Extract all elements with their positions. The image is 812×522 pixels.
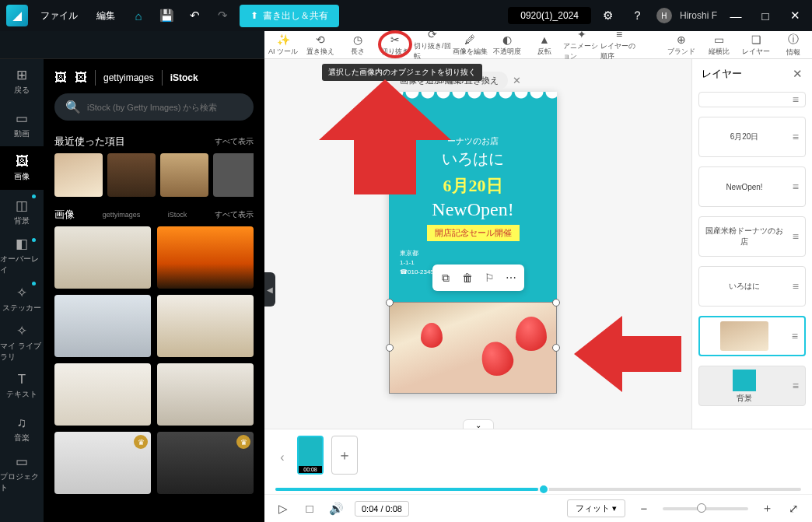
- getty-logo[interactable]: gettyimages: [103, 72, 154, 83]
- ctx-flip[interactable]: ▲反転: [526, 33, 563, 57]
- thumb[interactable]: [157, 295, 254, 357]
- layer-item[interactable]: ≡: [698, 92, 806, 107]
- rail-bg[interactable]: ◫背景: [0, 190, 44, 233]
- ctx-ai[interactable]: ✨AI ツール: [264, 33, 302, 57]
- search-box[interactable]: 🔍: [54, 93, 254, 121]
- settings-icon[interactable]: ⚙: [597, 5, 619, 26]
- thumb[interactable]: [157, 363, 254, 426]
- ctx-anim[interactable]: ✦アニメーション: [563, 28, 600, 61]
- collapse-panel-tab[interactable]: ◀: [264, 272, 275, 307]
- help-icon[interactable]: ？: [627, 5, 649, 26]
- thumb[interactable]: ♛: [157, 432, 254, 494]
- maximize-icon[interactable]: □: [754, 5, 776, 26]
- menu-file[interactable]: ファイル: [34, 6, 84, 26]
- thumb[interactable]: [157, 226, 254, 289]
- resize-handle[interactable]: [386, 299, 394, 307]
- rail-video[interactable]: ▭動画: [0, 103, 44, 146]
- delete-icon[interactable]: 🗑: [457, 268, 478, 288]
- app-logo[interactable]: ◢: [6, 5, 28, 26]
- thumb[interactable]: [160, 153, 208, 197]
- rail-mylib[interactable]: ✧マイ ライブラリ: [0, 321, 44, 364]
- close-panel-icon[interactable]: ✕: [793, 67, 803, 81]
- drag-icon[interactable]: ≡: [793, 280, 799, 293]
- export-button[interactable]: ⬆ 書き出し＆共有: [240, 5, 339, 27]
- ai-image-icon[interactable]: 🖾: [75, 71, 87, 85]
- close-icon[interactable]: ✕: [784, 5, 806, 26]
- rail-sticker[interactable]: ✧ステッカー: [0, 277, 44, 321]
- undo-icon[interactable]: ↶: [184, 5, 205, 26]
- drag-icon[interactable]: ≡: [793, 93, 799, 106]
- drag-icon[interactable]: ≡: [793, 180, 799, 193]
- bookmark-icon[interactable]: ⚐: [479, 268, 499, 288]
- search-input[interactable]: [87, 103, 243, 112]
- menu-edit[interactable]: 編集: [90, 6, 121, 26]
- flyer-newopen[interactable]: NewOpen!: [400, 199, 546, 220]
- rail-overlay[interactable]: ◧オーバーレイ: [0, 233, 44, 277]
- flyer-date[interactable]: 6月20日: [400, 174, 546, 198]
- ctx-order[interactable]: ≡レイヤーの順序: [600, 28, 638, 61]
- flyer-sale[interactable]: 開店記念セール開催: [427, 225, 520, 241]
- ctx-layers[interactable]: ❏レイヤー: [737, 33, 775, 57]
- ctx-aspect[interactable]: ▭縦横比: [700, 33, 737, 57]
- layer-item[interactable]: NewOpen!≡: [698, 166, 806, 207]
- ctx-crop[interactable]: ✂切り抜き: [376, 33, 414, 57]
- drag-icon[interactable]: ≡: [792, 330, 798, 342]
- resize-handle[interactable]: [552, 299, 560, 307]
- istock-logo[interactable]: iStock: [170, 72, 198, 83]
- drag-icon[interactable]: ≡: [793, 230, 799, 243]
- slide-thumb[interactable]: 00:08: [297, 436, 324, 475]
- ctx-edit-image[interactable]: 🖉画像を編集: [451, 33, 488, 57]
- recent-show-all[interactable]: すべて表示: [215, 136, 254, 147]
- layer-item-bg[interactable]: 背景 ≡: [698, 366, 806, 406]
- save-icon[interactable]: 💾: [156, 5, 177, 26]
- ctx-brand[interactable]: ⊕ブランド: [663, 33, 700, 57]
- ctx-info[interactable]: ⓘ情報: [775, 33, 812, 58]
- thumb[interactable]: ♛: [54, 432, 151, 494]
- prev-slide-icon[interactable]: ‹: [275, 440, 289, 475]
- ctx-length[interactable]: ◷長さ: [339, 33, 376, 57]
- timeline-track[interactable]: [275, 488, 801, 491]
- expand-tab[interactable]: ⌄: [463, 419, 494, 429]
- more-icon[interactable]: ⋯: [501, 268, 521, 288]
- add-slide-button[interactable]: ＋: [331, 436, 358, 475]
- drag-icon[interactable]: ≡: [793, 131, 799, 143]
- fullscreen-icon[interactable]: ⤢: [786, 502, 801, 516]
- zoom-fit-button[interactable]: フィット ▾: [567, 499, 625, 517]
- layer-list[interactable]: ≡ 6月20日≡ NewOpen!≡ 国産米粉ドーナツのお店≡ いろはに≡ ≡ …: [692, 89, 812, 430]
- resize-handle[interactable]: [386, 344, 394, 352]
- thumb[interactable]: [54, 226, 151, 289]
- ctx-replace[interactable]: ⟲置き換え: [302, 33, 339, 57]
- rail-project[interactable]: ▭プロジェクト: [0, 451, 44, 495]
- thumb[interactable]: [54, 153, 103, 197]
- duplicate-icon[interactable]: ⧉: [436, 268, 456, 288]
- flyer-name[interactable]: いろはに: [400, 149, 546, 170]
- rail-text[interactable]: Tテキスト: [0, 364, 44, 408]
- redo-icon[interactable]: ↷: [212, 5, 233, 26]
- resize-handle[interactable]: [552, 344, 560, 352]
- chip-close-icon[interactable]: ✕: [513, 75, 521, 86]
- avatar[interactable]: H: [656, 8, 672, 23]
- selected-image[interactable]: [389, 302, 557, 394]
- gallery-icon[interactable]: 🖼: [54, 71, 67, 85]
- flyer-canvas[interactable]: ーナツのお店 いろはに 6月20日 NewOpen! 開店記念セール開催 東京都…: [389, 92, 557, 394]
- minimize-icon[interactable]: —: [725, 5, 747, 26]
- zoom-out-icon[interactable]: −: [636, 502, 652, 515]
- zoom-knob[interactable]: [697, 503, 706, 513]
- stop-icon[interactable]: □: [302, 502, 317, 515]
- thumb[interactable]: [213, 153, 254, 197]
- zoom-in-icon[interactable]: ＋: [759, 501, 775, 516]
- thumb[interactable]: [54, 295, 151, 357]
- layer-item[interactable]: いろはに≡: [698, 266, 806, 307]
- thumb[interactable]: [54, 363, 151, 426]
- volume-icon[interactable]: 🔊: [328, 502, 344, 516]
- thumb[interactable]: [107, 153, 156, 197]
- rail-music[interactable]: ♫音楽: [0, 408, 44, 451]
- ctx-opacity[interactable]: ◐不透明度: [488, 33, 526, 57]
- drag-icon[interactable]: ≡: [793, 380, 799, 392]
- layer-item-selected[interactable]: ≡: [698, 316, 806, 356]
- rail-image[interactable]: 🖼画像: [0, 146, 44, 190]
- ctx-crop-rotate[interactable]: ⟳切り抜き/回転: [414, 28, 451, 61]
- playhead[interactable]: [538, 484, 549, 495]
- images-show-all[interactable]: すべて表示: [215, 209, 254, 220]
- zoom-slider[interactable]: [663, 507, 748, 510]
